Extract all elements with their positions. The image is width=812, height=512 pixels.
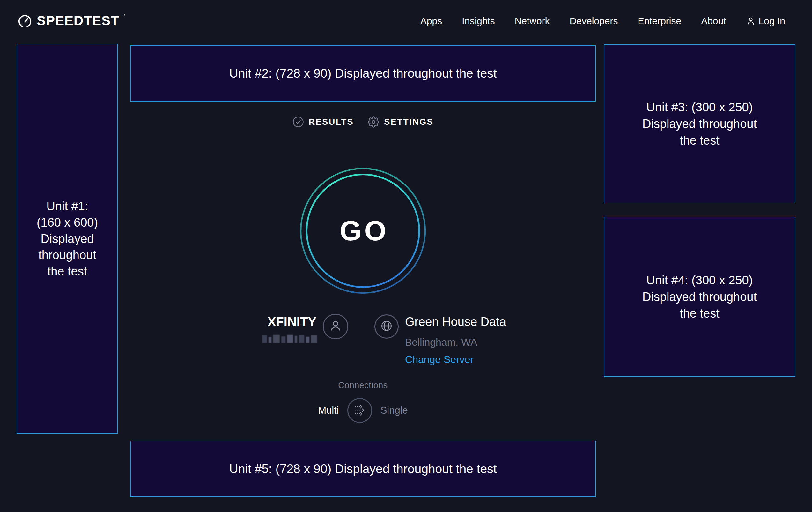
tab-results-label: RESULTS — [309, 117, 354, 127]
nav-item-enterprise[interactable]: Enterprise — [638, 16, 681, 26]
top-nav-bar: SPEEDTEST ' Apps Insights Network Develo… — [0, 0, 812, 42]
ad-unit-1[interactable]: Unit #1: (160 x 600) Displayed throughou… — [17, 44, 118, 434]
person-icon — [329, 319, 342, 334]
ad-unit-2-text: Unit #2: (728 x 90) Displayed throughout… — [229, 66, 497, 80]
gear-icon — [368, 116, 379, 128]
connections-section: Connections Multi Single — [130, 380, 596, 423]
change-server-link[interactable]: Change Server — [405, 354, 474, 365]
server-location: Bellingham, WA — [405, 336, 506, 348]
isp-ip-redacted — [262, 333, 317, 343]
speedtest-logo[interactable]: SPEEDTEST ' — [18, 14, 125, 29]
globe-icon — [380, 319, 393, 334]
server-globe-badge — [374, 315, 399, 339]
isp-avatar — [323, 314, 348, 339]
connections-single-label[interactable]: Single — [380, 405, 408, 416]
nav-item-insights[interactable]: Insights — [462, 16, 495, 26]
logo-trademark: ' — [124, 14, 125, 19]
ad-unit-1-text: Unit #1: (160 x 600) Displayed throughou… — [37, 198, 98, 279]
nav-item-about[interactable]: About — [701, 16, 726, 26]
connections-row: Multi Single — [318, 398, 408, 423]
logo-text: SPEEDTEST — [37, 14, 119, 28]
ad-unit-3-text: Unit #3: (300 x 250) Displayed throughou… — [642, 99, 757, 149]
go-button-label: GO — [299, 167, 427, 295]
server-info: Green House Data Bellingham, WA Change S… — [405, 315, 506, 365]
ad-unit-2[interactable]: Unit #2: (728 x 90) Displayed throughout… — [130, 45, 596, 102]
main-nav: Apps Insights Network Developers Enterpr… — [420, 16, 785, 26]
isp-name: XFINITY — [223, 315, 316, 329]
ad-unit-5[interactable]: Unit #5: (728 x 90) Displayed throughout… — [130, 441, 596, 497]
nav-item-apps[interactable]: Apps — [420, 16, 442, 26]
server-name: Green House Data — [405, 315, 506, 329]
login-button[interactable]: Log In — [746, 16, 785, 26]
user-icon — [746, 16, 756, 26]
nav-item-developers[interactable]: Developers — [570, 16, 618, 26]
tab-settings[interactable]: SETTINGS — [368, 116, 433, 128]
speedtest-page: SPEEDTEST ' Apps Insights Network Develo… — [0, 0, 812, 512]
tab-results[interactable]: RESULTS — [292, 116, 354, 128]
nav-item-network[interactable]: Network — [515, 16, 550, 26]
connection-mode-toggle[interactable] — [347, 398, 372, 423]
tab-settings-label: SETTINGS — [384, 117, 433, 127]
go-button[interactable]: GO — [299, 167, 427, 295]
ad-unit-4[interactable]: Unit #4: (300 x 250) Displayed throughou… — [604, 217, 795, 377]
connections-title: Connections — [338, 380, 388, 390]
tabs-row: RESULTS SETTINGS — [130, 116, 596, 128]
ad-unit-5-text: Unit #5: (728 x 90) Displayed throughout… — [229, 462, 497, 476]
login-label: Log In — [759, 16, 785, 26]
ad-unit-4-text: Unit #4: (300 x 250) Displayed throughou… — [642, 272, 757, 322]
speedometer-icon — [18, 14, 32, 29]
check-circle-icon — [292, 116, 304, 128]
connections-multi-label[interactable]: Multi — [318, 405, 339, 416]
ad-unit-3[interactable]: Unit #3: (300 x 250) Displayed throughou… — [604, 44, 795, 203]
multi-arrows-icon — [352, 403, 367, 419]
